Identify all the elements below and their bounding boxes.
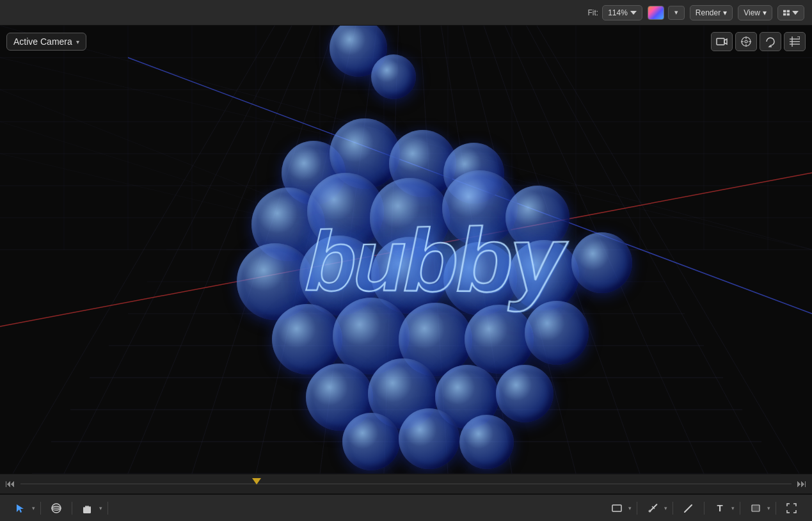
viewport: bubby Active Camera ▾	[0, 26, 812, 474]
fit-label: Fit:	[587, 8, 598, 17]
camera-dropdown[interactable]: Active Camera ▾	[6, 33, 86, 51]
color-group: ▾	[648, 6, 685, 20]
separator-5	[673, 502, 673, 515]
separator-3	[107, 502, 108, 515]
select-tool-group: ▾	[10, 499, 35, 517]
playhead-marker[interactable]	[252, 478, 261, 485]
playhead-start-icon[interactable]: ⏮	[5, 478, 15, 490]
render-group: Render ▾	[690, 5, 733, 20]
separator-7	[740, 502, 740, 515]
text-tool-group: T ▾	[710, 499, 735, 517]
svg-rect-72	[83, 511, 91, 513]
playhead-track[interactable]	[20, 483, 792, 485]
scene-background: bubby	[0, 26, 812, 474]
bubble-29	[459, 415, 514, 469]
bubble-17	[571, 232, 632, 293]
pen-tool-arrow[interactable]: ▾	[664, 505, 667, 511]
separator-1	[40, 502, 41, 515]
text-tool[interactable]: T	[710, 499, 730, 517]
bottom-toolbar: ▾ ▾ ▾	[0, 494, 812, 521]
color-fill-group: ▾	[745, 499, 770, 517]
color-fill-arrow[interactable]: ▾	[767, 505, 770, 511]
bubble-22	[525, 301, 589, 365]
svg-rect-77	[752, 505, 760, 511]
svg-marker-64	[17, 504, 24, 513]
layout-group	[777, 5, 804, 20]
camera-label: Active Camera	[13, 36, 72, 47]
bubble-2	[371, 54, 416, 99]
separator-2	[72, 502, 72, 515]
text-tool-label: T	[717, 502, 722, 513]
select-tool[interactable]	[10, 499, 31, 517]
color-swatch[interactable]	[648, 6, 664, 20]
bubble-26	[496, 365, 553, 422]
separator-4	[637, 502, 637, 515]
svg-line-76	[685, 505, 692, 512]
svg-rect-1	[787, 10, 790, 12]
bubble-28	[399, 408, 459, 469]
text-tool-arrow[interactable]: ▾	[731, 505, 735, 511]
camera-dropdown-arrow: ▾	[76, 38, 79, 45]
playhead-end-icon[interactable]: ⏭	[797, 478, 807, 490]
view-group: View ▾	[738, 5, 772, 20]
select-tool-arrow[interactable]: ▾	[32, 505, 35, 511]
separator-8	[776, 502, 776, 515]
svg-rect-0	[783, 10, 786, 12]
shape-tool[interactable]	[607, 499, 627, 517]
svg-rect-2	[783, 13, 786, 15]
fit-group: Fit: 114%	[587, 5, 642, 20]
bubble-21	[465, 305, 534, 374]
separator-6	[704, 502, 705, 515]
svg-rect-73	[612, 505, 621, 511]
bubble-27	[342, 413, 400, 470]
fit-dropdown[interactable]: 114%	[602, 5, 642, 20]
brush-tool[interactable]	[678, 499, 699, 517]
svg-rect-3	[787, 13, 790, 15]
svg-point-55	[745, 40, 747, 43]
shape-tool-group: ▾	[607, 499, 632, 517]
playhead-bar: ⏮ ⏭	[0, 474, 812, 494]
stack-view-button[interactable]	[784, 32, 806, 51]
svg-rect-52	[717, 38, 724, 45]
svg-marker-53	[724, 39, 727, 44]
hand-tool-arrow[interactable]: ▾	[99, 505, 102, 511]
layout-dropdown[interactable]	[777, 5, 804, 20]
top-toolbar: Fit: 114% ▾ Render ▾ View ▾	[0, 0, 812, 26]
color-fill-tool[interactable]	[745, 499, 766, 517]
shape-tool-arrow[interactable]: ▾	[628, 505, 632, 511]
orbit-tool[interactable]	[46, 499, 67, 517]
hand-tool[interactable]	[77, 499, 98, 517]
bubble-15	[443, 242, 517, 316]
bubble-16	[509, 240, 579, 310]
rotate-view-button[interactable]	[760, 32, 781, 51]
hand-tool-group: ▾	[77, 499, 102, 517]
camera-view-button[interactable]	[711, 32, 733, 51]
fullscreen-tool[interactable]	[781, 499, 802, 517]
view-dropdown[interactable]: View ▾	[738, 5, 772, 20]
pen-tool-group: ▾	[642, 499, 667, 517]
color-chevron[interactable]: ▾	[668, 6, 685, 20]
viewport-icon-group	[711, 32, 806, 51]
move-view-button[interactable]	[735, 32, 757, 51]
render-dropdown[interactable]: Render ▾	[690, 5, 733, 20]
pen-tool[interactable]	[642, 499, 663, 517]
